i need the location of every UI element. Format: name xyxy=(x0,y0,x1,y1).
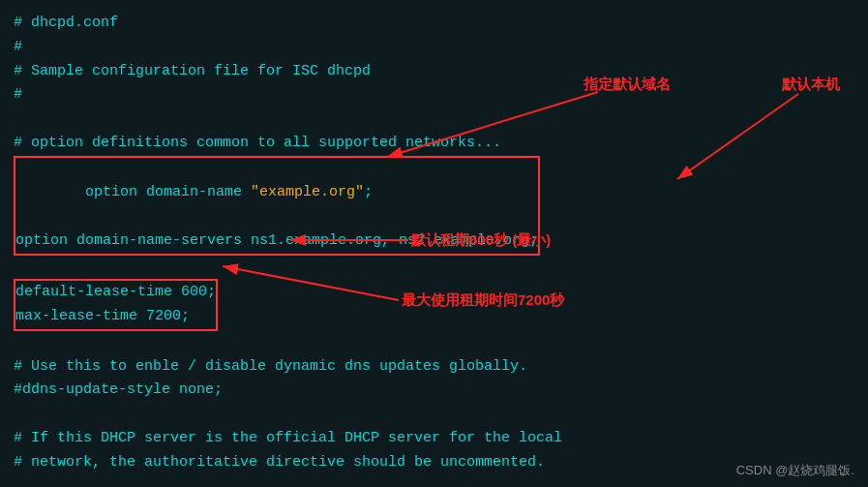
code-line: default-lease-time 600; xyxy=(15,281,216,305)
code-line: # Sample configuration file for ISC dhcp… xyxy=(14,60,854,84)
code-line: # If this DHCP server is the official DH… xyxy=(14,427,854,451)
code-line: option domain-name "example.org"; xyxy=(15,158,538,229)
code-line: # dhcpd.conf xyxy=(14,12,854,36)
code-line xyxy=(14,331,854,355)
code-line: # Use this to enble / disable dynamic dn… xyxy=(14,355,854,380)
watermark: CSDN @赵烧鸡腿饭. xyxy=(736,462,854,479)
code-block: # dhcpd.conf # # Sample configuration fi… xyxy=(14,12,854,487)
code-line-cursor: #authoritative; xyxy=(14,474,854,487)
highlighted-block-2: default-lease-time 600; max-lease-time 7… xyxy=(14,279,218,331)
code-line: # network, the authoritative directive s… xyxy=(14,451,854,475)
code-line: #ddns-update-style none; xyxy=(14,379,854,403)
code-line: # option definitions common to all suppo… xyxy=(14,132,854,156)
highlighted-block-1: option domain-name "example.org"; option… xyxy=(14,156,540,256)
code-line: max-lease-time 7200; xyxy=(15,305,216,329)
code-line: option domain-name-servers ns1.example.o… xyxy=(15,229,538,254)
code-line xyxy=(14,256,854,280)
code-line: # xyxy=(14,83,854,107)
code-line: # xyxy=(14,36,854,60)
terminal-window: # dhcpd.conf # # Sample configuration fi… xyxy=(0,0,868,487)
code-line xyxy=(14,403,854,427)
code-line xyxy=(14,107,854,132)
